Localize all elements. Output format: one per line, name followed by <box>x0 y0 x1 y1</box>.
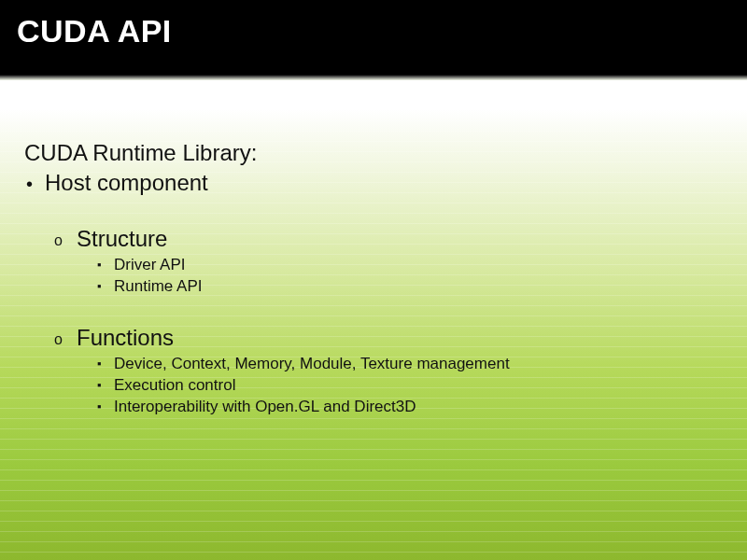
list-item: Driver API <box>114 255 723 276</box>
body-heading-bullet: Host component <box>24 168 723 198</box>
body-heading: CUDA Runtime Library: <box>24 138 723 168</box>
content-area: CUDA Runtime Library: Host component oSt… <box>0 80 747 560</box>
list-item: Runtime API <box>114 276 723 298</box>
title-bar: CUDA API <box>0 0 747 75</box>
section: oStructure Driver API Runtime API <box>24 227 723 298</box>
section-title: oStructure <box>77 227 723 251</box>
slide-title: CUDA API <box>17 13 730 49</box>
section-items: Driver API Runtime API <box>77 255 723 298</box>
section-title-text: Structure <box>77 226 167 251</box>
section-items: Device, Context, Memory, Module, Texture… <box>77 354 723 418</box>
slide: CUDA API CUDA Runtime Library: Host comp… <box>0 0 747 560</box>
list-item: Interoperability with Open.GL and Direct… <box>114 397 723 418</box>
list-item: Device, Context, Memory, Module, Texture… <box>114 354 723 375</box>
section-title-text: Functions <box>77 325 174 350</box>
section-title: oFunctions <box>77 326 723 350</box>
list-item: Execution control <box>114 375 723 397</box>
section: oFunctions Device, Context, Memory, Modu… <box>24 326 723 418</box>
circle-bullet-icon: o <box>54 232 77 249</box>
circle-bullet-icon: o <box>54 331 77 348</box>
